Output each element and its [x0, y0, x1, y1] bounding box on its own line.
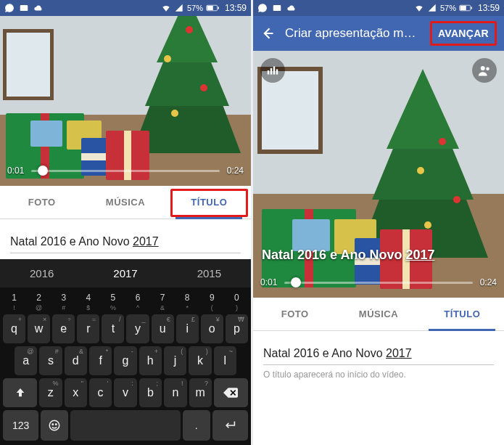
key-x[interactable]: x": [65, 378, 87, 407]
battery-icon: [206, 4, 219, 12]
suggestion[interactable]: 2015: [197, 267, 221, 279]
key-s[interactable]: s#: [39, 346, 62, 375]
video-title-overlay: Natal 2016 e Ano Novo 2017: [262, 248, 434, 263]
phone-left: 57% 13:59 0:01 0:24 FOTO MÚSICA TÍTULO: [0, 0, 251, 445]
svg-rect-14: [276, 69, 278, 74]
wifi-icon: [414, 3, 424, 13]
key-w[interactable]: w×: [28, 314, 50, 343]
seek-knob[interactable]: [38, 166, 48, 176]
title-input[interactable]: Natal 2016 e Ano Novo 2017: [10, 232, 241, 253]
key-backspace[interactable]: [214, 378, 248, 407]
video-preview[interactable]: Natal 2016 e Ano Novo 2017 0:01 0:24: [253, 51, 504, 298]
key-6[interactable]: 6^: [126, 290, 149, 311]
clock: 13:59: [225, 3, 247, 13]
battery-icon: [459, 4, 472, 12]
svg-point-5: [52, 424, 54, 425]
advance-button[interactable]: AVANÇAR: [430, 21, 497, 46]
title-editor: Natal 2016 e Ano Novo 2017 O título apar…: [253, 331, 504, 385]
key-7[interactable]: 7&: [152, 290, 174, 311]
key-y[interactable]: y_: [126, 314, 149, 343]
time-current: 0:01: [7, 166, 24, 176]
key-v[interactable]: v:: [114, 378, 136, 407]
key-i[interactable]: i£: [176, 314, 199, 343]
key-z[interactable]: z%: [39, 378, 62, 407]
key-g[interactable]: g-: [114, 346, 136, 375]
time-current: 0:01: [260, 277, 277, 287]
key-j[interactable]: j(: [164, 346, 186, 375]
key-o[interactable]: o¥: [201, 314, 223, 343]
keyboard-suggestions: 2016 2017 2015: [0, 259, 251, 287]
svg-rect-10: [460, 6, 466, 10]
key-shift[interactable]: [3, 378, 37, 407]
tab-foto[interactable]: FOTO: [253, 298, 336, 330]
key-t[interactable]: t/: [102, 314, 124, 343]
video-preview[interactable]: 0:01 0:24: [0, 16, 251, 187]
key-m[interactable]: m?: [189, 378, 212, 407]
cloud-icon: [286, 3, 297, 13]
key-0[interactable]: 0): [226, 290, 248, 311]
tab-titulo[interactable]: TÍTULO: [421, 298, 504, 330]
video-progress[interactable]: 0:01 0:24: [7, 166, 244, 176]
title-input[interactable]: Natal 2016 e Ano Novo 2017: [263, 344, 494, 365]
key-c[interactable]: c': [89, 378, 112, 407]
key-space[interactable]: [70, 410, 181, 441]
key-period[interactable]: .: [183, 410, 210, 441]
status-bar: 57% 13:59: [0, 0, 251, 16]
key-f[interactable]: f*: [89, 346, 112, 375]
seek-track[interactable]: [284, 282, 472, 284]
key-b[interactable]: b;: [139, 378, 162, 407]
svg-point-4: [49, 420, 59, 430]
key-symbols[interactable]: 123: [3, 410, 38, 441]
suggestion[interactable]: 2016: [30, 267, 54, 279]
tab-foto[interactable]: FOTO: [0, 186, 83, 218]
key-u[interactable]: u€: [152, 314, 174, 343]
key-5[interactable]: 5%: [102, 290, 124, 311]
cloud-icon: [33, 3, 44, 13]
key-enter[interactable]: [212, 410, 248, 441]
key-8[interactable]: 8*: [176, 290, 199, 311]
wifi-icon: [161, 3, 171, 13]
key-2[interactable]: 2@: [28, 290, 50, 311]
key-k[interactable]: k): [189, 346, 211, 375]
key-l[interactable]: l~: [214, 346, 236, 375]
key-p[interactable]: p₩: [226, 314, 248, 343]
battery-percent: 57%: [187, 4, 203, 12]
soft-keyboard: 1! 2@ 3# 4$ 5% 6^ 7& 8* 9( 0) q+ w× e÷ r…: [0, 287, 251, 445]
key-h[interactable]: h+: [139, 346, 162, 375]
equalizer-icon[interactable]: [260, 58, 285, 83]
svg-rect-11: [268, 70, 269, 75]
whatsapp-icon: [4, 3, 15, 13]
key-3[interactable]: 3#: [52, 290, 75, 311]
svg-rect-12: [270, 68, 272, 75]
tab-musica[interactable]: MÚSICA: [336, 298, 420, 330]
key-4[interactable]: 4$: [77, 290, 99, 311]
key-r[interactable]: r=: [77, 314, 99, 343]
key-emoji[interactable]: [41, 410, 68, 441]
key-d[interactable]: d&: [65, 346, 87, 375]
time-total: 0:24: [227, 166, 244, 176]
phone-right: 57% 13:59 Criar apresentação mu… AVANÇAR: [253, 0, 504, 445]
video-progress[interactable]: 0:01 0:24: [260, 277, 497, 287]
suggestion-selected[interactable]: 2017: [113, 267, 137, 279]
svg-rect-9: [471, 7, 472, 9]
svg-point-15: [481, 66, 485, 70]
status-bar: 57% 13:59: [253, 0, 504, 16]
key-q[interactable]: q+: [3, 314, 25, 343]
svg-rect-13: [273, 66, 275, 74]
key-1[interactable]: 1!: [3, 290, 25, 311]
appbar-title: Criar apresentação mu…: [285, 26, 420, 41]
gallery-icon: [272, 3, 282, 13]
key-9[interactable]: 9(: [201, 290, 223, 311]
tab-titulo[interactable]: TÍTULO: [168, 186, 251, 218]
key-a[interactable]: a@: [15, 346, 37, 375]
clock: 13:59: [478, 3, 500, 13]
seek-knob[interactable]: [291, 277, 301, 287]
key-n[interactable]: n!: [164, 378, 186, 407]
back-icon[interactable]: [260, 26, 275, 41]
tag-people-icon[interactable]: [472, 58, 497, 83]
key-e[interactable]: e÷: [52, 314, 75, 343]
seek-track[interactable]: [31, 170, 219, 172]
svg-point-6: [56, 424, 57, 425]
tab-musica[interactable]: MÚSICA: [83, 186, 167, 218]
tab-row: FOTO MÚSICA TÍTULO: [253, 298, 504, 331]
